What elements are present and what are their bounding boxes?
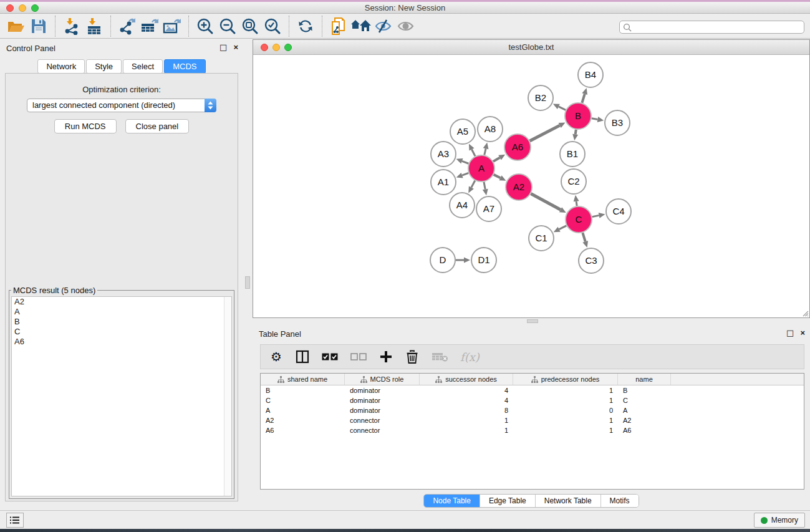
zoom-in-icon[interactable] bbox=[194, 16, 216, 37]
cell-name[interactable]: A bbox=[618, 405, 671, 415]
refresh-network-icon[interactable] bbox=[294, 16, 317, 37]
search-box[interactable] bbox=[619, 21, 804, 34]
table-row[interactable]: Adominator80A bbox=[261, 405, 804, 415]
column-header-shared-name[interactable]: shared name bbox=[261, 374, 345, 385]
column-header-predecessor-nodes[interactable]: predecessor nodes bbox=[513, 374, 618, 385]
table-row[interactable]: Bdominator41B bbox=[261, 385, 804, 395]
node-A4[interactable]: A4 bbox=[450, 193, 475, 218]
tab-network-table[interactable]: Network Table bbox=[536, 495, 601, 507]
cell-successor-nodes[interactable]: 8 bbox=[420, 405, 513, 415]
mcds-result-scrollbar[interactable] bbox=[224, 297, 231, 496]
export-network-icon[interactable] bbox=[116, 16, 138, 37]
cell-MCDS-role[interactable]: dominator bbox=[345, 385, 420, 395]
edge-A-A2[interactable] bbox=[494, 175, 501, 178]
network-canvas[interactable]: AA1A2A3A4A5A6A7A8BB1B2B3B4CC1C2C3C4DD1 bbox=[253, 55, 809, 317]
minimize-window-icon[interactable] bbox=[19, 4, 26, 12]
edge-A-A8[interactable] bbox=[485, 148, 486, 155]
tab-style[interactable]: Style bbox=[86, 59, 122, 74]
cell-shared-name[interactable]: A2 bbox=[261, 415, 345, 425]
edge-A-A7[interactable] bbox=[484, 182, 485, 190]
task-history-button[interactable] bbox=[6, 513, 24, 528]
tab-mcds[interactable]: MCDS bbox=[164, 59, 205, 74]
memory-button[interactable]: Memory bbox=[754, 513, 805, 528]
node-A[interactable]: A bbox=[468, 155, 494, 181]
new-session-icon[interactable] bbox=[327, 16, 350, 37]
column-header-successor-nodes[interactable]: successor nodes bbox=[420, 374, 513, 385]
close-table-panel-icon[interactable]: × bbox=[800, 328, 805, 337]
cell-predecessor-nodes[interactable]: 1 bbox=[513, 385, 618, 395]
node-A6[interactable]: A6 bbox=[504, 134, 531, 160]
mcds-result-item[interactable]: A bbox=[12, 307, 231, 317]
mcds-result-item[interactable]: A6 bbox=[12, 337, 231, 347]
minimize-network-window-icon[interactable] bbox=[272, 44, 280, 51]
node-A1[interactable]: A1 bbox=[431, 170, 456, 195]
tab-edge-table[interactable]: Edge Table bbox=[480, 495, 536, 507]
edge-C-C2[interactable] bbox=[576, 201, 577, 206]
node-B4[interactable]: B4 bbox=[578, 62, 603, 87]
cell-shared-name[interactable]: A bbox=[261, 405, 345, 415]
node-A8[interactable]: A8 bbox=[478, 117, 503, 142]
cell-successor-nodes[interactable]: 1 bbox=[420, 425, 513, 435]
close-panel-icon[interactable]: × bbox=[233, 42, 238, 52]
node-D1[interactable]: D1 bbox=[471, 248, 496, 273]
cell-name[interactable]: A6 bbox=[618, 425, 671, 435]
edge-B-B3[interactable] bbox=[592, 118, 598, 120]
cell-successor-nodes[interactable]: 1 bbox=[420, 415, 513, 425]
node-C4[interactable]: C4 bbox=[606, 199, 631, 224]
mcds-result-item[interactable]: C bbox=[12, 327, 231, 337]
cell-MCDS-role[interactable]: connector bbox=[345, 415, 420, 425]
edge-C-C3[interactable] bbox=[582, 233, 585, 241]
cell-name[interactable]: A2 bbox=[618, 415, 671, 425]
save-session-icon[interactable] bbox=[27, 16, 50, 37]
node-A5[interactable]: A5 bbox=[450, 119, 475, 144]
edge-A2-C[interactable] bbox=[531, 193, 561, 210]
mcds-result-item[interactable]: B bbox=[12, 317, 231, 327]
edge-A-A5[interactable] bbox=[472, 150, 476, 157]
show-column-icon[interactable] bbox=[296, 349, 309, 364]
edge-A6-B[interactable] bbox=[530, 125, 560, 141]
float-table-panel-icon[interactable]: □ bbox=[786, 328, 794, 337]
edge-B-B1[interactable] bbox=[576, 130, 576, 135]
edge-A-A1[interactable] bbox=[462, 173, 468, 175]
import-table-icon[interactable] bbox=[83, 16, 105, 37]
cell-name[interactable]: B bbox=[618, 385, 671, 395]
select-all-icon[interactable] bbox=[322, 349, 338, 364]
export-image-icon[interactable] bbox=[161, 16, 183, 37]
edge-B-B4[interactable] bbox=[582, 94, 584, 103]
node-A3[interactable]: A3 bbox=[431, 142, 456, 167]
edge-C-C4[interactable] bbox=[592, 215, 599, 216]
cell-predecessor-nodes[interactable]: 1 bbox=[513, 415, 618, 425]
dropdown-stepper-icon[interactable] bbox=[205, 99, 216, 112]
cell-name[interactable]: C bbox=[618, 395, 671, 405]
node-C2[interactable]: C2 bbox=[561, 169, 586, 194]
cell-MCDS-role[interactable]: dominator bbox=[345, 405, 420, 415]
network-graph[interactable]: AA1A2A3A4A5A6A7A8BB1B2B3B4CC1C2C3C4DD1 bbox=[253, 55, 809, 317]
node-B3[interactable]: B3 bbox=[605, 110, 630, 135]
table-row[interactable]: A6connector11A6 bbox=[261, 425, 804, 435]
edge-C-C1[interactable] bbox=[559, 226, 567, 230]
node-B[interactable]: B bbox=[565, 103, 591, 129]
node-C[interactable]: C bbox=[566, 206, 592, 233]
add-column-icon[interactable] bbox=[379, 349, 393, 364]
delete-column-trash-icon[interactable] bbox=[405, 349, 419, 364]
hide-graphics-details-icon[interactable] bbox=[372, 16, 395, 37]
node-C1[interactable]: C1 bbox=[529, 226, 554, 251]
node-B1[interactable]: B1 bbox=[560, 142, 585, 167]
cell-shared-name[interactable]: B bbox=[261, 385, 345, 395]
cell-predecessor-nodes[interactable]: 0 bbox=[513, 405, 618, 415]
zoom-window-icon[interactable] bbox=[31, 4, 39, 12]
tab-network[interactable]: Network bbox=[37, 59, 85, 74]
close-panel-button[interactable]: Close panel bbox=[125, 119, 190, 133]
column-header-name[interactable]: name bbox=[618, 374, 671, 385]
vertical-split-divider[interactable] bbox=[243, 39, 253, 510]
cell-predecessor-nodes[interactable]: 1 bbox=[513, 395, 618, 405]
optimization-criterion-select[interactable]: largest connected component (directed) bbox=[27, 99, 216, 112]
zoom-fit-icon[interactable] bbox=[239, 16, 261, 37]
network-window-traffic-lights[interactable] bbox=[261, 44, 292, 51]
window-resize-grip-icon[interactable] bbox=[801, 309, 809, 317]
zoom-selected-icon[interactable] bbox=[261, 16, 284, 37]
tab-motifs[interactable]: Motifs bbox=[601, 495, 639, 507]
cell-successor-nodes[interactable]: 4 bbox=[420, 395, 513, 405]
node-D[interactable]: D bbox=[430, 248, 455, 273]
horizontal-split-divider[interactable] bbox=[253, 318, 810, 324]
